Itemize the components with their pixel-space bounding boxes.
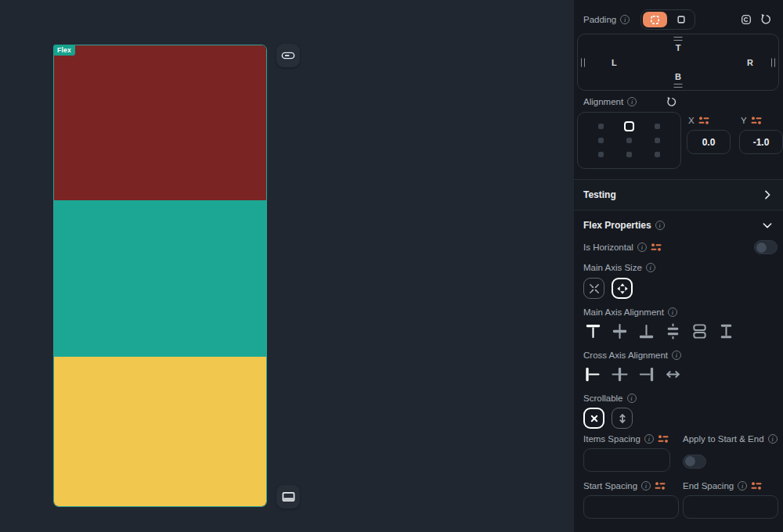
cross-axis-alignment-label: Cross Axis Alignment [583, 350, 668, 360]
padding-top-value[interactable]: T [676, 43, 681, 52]
testing-label: Testing [583, 189, 616, 200]
info-icon[interactable] [668, 307, 677, 317]
flex-children [54, 45, 266, 506]
child-container-red[interactable] [54, 45, 266, 200]
divider [574, 210, 783, 210]
properties-panel: Padding [574, 0, 783, 532]
scroll-off-icon [588, 412, 601, 425]
info-icon[interactable] [655, 221, 665, 230]
alignment-x-label: X [688, 116, 695, 125]
apply-start-end-label: Apply to Start & End [683, 434, 764, 444]
padding-left-value[interactable]: L [612, 58, 617, 67]
align-bottom-center[interactable] [626, 152, 632, 157]
variable-icon[interactable] [751, 481, 762, 491]
alignment-y-label: Y [741, 116, 747, 125]
main-axis-align-center-button[interactable] [608, 320, 630, 342]
padding-right-value[interactable]: R [747, 58, 753, 67]
main-axis-space-evenly-button[interactable] [688, 320, 710, 342]
info-icon[interactable] [627, 394, 637, 403]
scrollable-vertical-button[interactable] [612, 408, 633, 429]
info-icon[interactable] [620, 15, 630, 24]
canvas-action-top-button[interactable] [276, 44, 300, 67]
alignment-grid [577, 112, 681, 169]
items-spacing-label: Items Spacing [583, 434, 640, 444]
padding-label: Padding [583, 15, 616, 24]
child-container-yellow[interactable] [54, 357, 266, 506]
align-top-right[interactable] [655, 124, 660, 129]
main-axis-align-end-button[interactable] [635, 320, 657, 342]
info-icon[interactable] [672, 350, 681, 360]
alignment-reset-icon[interactable] [666, 96, 677, 108]
scrollable-label: Scrollable [583, 394, 623, 403]
apply-start-end-toggle[interactable] [683, 455, 706, 469]
alignment-label: Alignment [583, 97, 623, 106]
padding-mode-all-button[interactable] [643, 12, 667, 27]
variable-icon[interactable] [658, 434, 669, 444]
variable-icon[interactable] [655, 481, 666, 491]
align-center[interactable] [626, 138, 632, 143]
items-spacing-input[interactable] [583, 448, 670, 472]
variable-icon[interactable] [651, 243, 662, 252]
canvas-action-bottom-button[interactable] [276, 485, 300, 509]
flex-widget[interactable]: Flex [53, 45, 267, 507]
is-horizontal-label: Is Horizontal [583, 243, 633, 252]
info-icon[interactable] [646, 263, 655, 272]
chevron-down-icon [761, 219, 774, 232]
align-bottom-right[interactable] [655, 152, 660, 157]
axis-min-icon [588, 282, 601, 295]
axis-max-icon [616, 282, 629, 295]
padding-right-handle[interactable] [771, 58, 775, 66]
cross-axis-align-center-button[interactable] [608, 363, 630, 385]
reset-icon[interactable] [760, 13, 772, 26]
padding-editor: T B L R [577, 34, 779, 91]
start-spacing-input[interactable] [583, 495, 679, 519]
main-axis-alignment-label: Main Axis Alignment [583, 307, 664, 317]
padding-all-icon [650, 15, 660, 25]
info-icon[interactable] [627, 97, 637, 106]
align-top-center-selected[interactable] [624, 121, 634, 131]
alignment-x-input[interactable] [687, 130, 731, 154]
info-icon[interactable] [738, 481, 747, 491]
chevron-right-icon [761, 189, 774, 201]
cross-axis-align-start-button[interactable] [582, 363, 604, 385]
child-container-teal[interactable] [54, 200, 266, 357]
main-axis-size-label: Main Axis Size [583, 263, 642, 272]
widget-tag: Flex [53, 45, 75, 56]
align-center-right[interactable] [655, 138, 660, 143]
end-spacing-label: End Spacing [683, 481, 734, 491]
pill-icon [281, 51, 295, 60]
cross-axis-stretch-button[interactable] [662, 363, 684, 385]
align-top-left[interactable] [598, 124, 604, 129]
padding-left-handle[interactable] [581, 58, 585, 66]
padding-mode-segment [640, 9, 695, 30]
cross-axis-align-end-button[interactable] [635, 363, 657, 385]
align-center-left[interactable] [598, 138, 604, 143]
info-icon[interactable] [637, 243, 647, 252]
section-flex-properties[interactable]: Flex Properties [583, 219, 774, 232]
info-icon[interactable] [768, 434, 778, 444]
main-axis-space-between-button[interactable] [662, 320, 684, 342]
padding-bottom-value[interactable]: B [675, 72, 681, 81]
padding-mode-individual-button[interactable] [669, 12, 693, 27]
padding-bottom-handle[interactable] [674, 84, 683, 88]
info-icon[interactable] [641, 481, 651, 491]
is-horizontal-toggle[interactable] [754, 240, 778, 254]
main-axis-space-around-button[interactable] [715, 320, 737, 342]
align-bottom-left[interactable] [598, 152, 604, 157]
main-axis-align-start-button[interactable] [582, 320, 604, 342]
main-axis-size-min-button[interactable] [583, 278, 604, 299]
flex-properties-label: Flex Properties [583, 220, 651, 231]
variable-icon[interactable] [751, 116, 762, 125]
section-testing[interactable]: Testing [574, 180, 783, 210]
main-axis-size-max-button[interactable] [612, 278, 633, 299]
end-spacing-input[interactable] [683, 495, 778, 519]
padding-top-handle[interactable] [674, 37, 683, 41]
copy-icon[interactable] [740, 13, 752, 26]
info-icon[interactable] [644, 434, 654, 444]
scrollable-off-button[interactable] [583, 408, 604, 429]
padding-individual-icon [677, 15, 686, 24]
window-icon [282, 491, 295, 502]
alignment-y-input[interactable] [739, 130, 783, 154]
variable-icon[interactable] [698, 116, 709, 125]
start-spacing-label: Start Spacing [583, 481, 637, 491]
